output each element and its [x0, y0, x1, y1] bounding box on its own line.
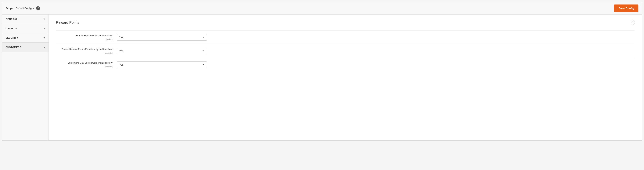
sidebar: GENERAL ∨ CATALOG ∨ SECURITY ∨ CUSTOMERS…	[2, 14, 49, 140]
scope-value: Default Config	[16, 7, 32, 10]
section-collapse-button[interactable]: ⌃	[630, 20, 635, 25]
form-control-enable-reward-points: Yes No ▼	[117, 34, 243, 40]
sidebar-item-customers[interactable]: CUSTOMERS ∧	[2, 42, 48, 52]
sidebar-label-catalog: CATALOG	[6, 27, 18, 30]
select-customers-see-history[interactable]: Yes No	[117, 62, 207, 68]
form-label-enable-reward-points: Enable Reward Points Functionality [glob…	[56, 34, 117, 41]
sidebar-item-catalog[interactable]: CATALOG ∨	[2, 24, 48, 33]
sidebar-item-general[interactable]: GENERAL ∨	[2, 14, 48, 24]
sidebar-item-security[interactable]: SECURITY ∨	[2, 33, 48, 42]
main-content: GENERAL ∨ CATALOG ∨ SECURITY ∨ CUSTOMERS…	[2, 14, 642, 140]
sidebar-chevron-customers-icon: ∧	[43, 46, 45, 48]
header-left: Scope: Default Config ▼ ?	[6, 6, 40, 10]
form-control-enable-reward-storefront: Yes No ▼	[117, 48, 243, 54]
select-enable-reward-storefront[interactable]: Yes No	[117, 48, 207, 54]
select-wrapper-customers-see-history: Yes No ▼	[117, 62, 207, 68]
sidebar-label-general: GENERAL	[6, 18, 18, 20]
collapse-icon: ⌃	[631, 21, 634, 24]
select-wrapper-enable-reward-storefront: Yes No ▼	[117, 48, 207, 54]
sidebar-chevron-general-icon: ∨	[43, 18, 45, 20]
page-wrapper: Scope: Default Config ▼ ? Save Config GE…	[2, 2, 642, 140]
sidebar-label-customers: CUSTOMERS	[6, 46, 21, 48]
select-wrapper-enable-reward-points: Yes No ▼	[117, 34, 207, 40]
form-control-customers-see-history: Yes No ▼	[117, 62, 243, 68]
section-header: Reward Points ⌃	[56, 20, 635, 25]
scope-label: Scope:	[6, 7, 14, 10]
form-row-enable-reward-points: Enable Reward Points Functionality [glob…	[56, 30, 635, 44]
section-title: Reward Points	[56, 20, 79, 24]
select-enable-reward-points[interactable]: Yes No	[117, 34, 207, 40]
sidebar-chevron-catalog-icon: ∨	[43, 27, 45, 30]
save-config-button[interactable]: Save Config	[614, 4, 638, 12]
scope-chevron-icon: ▼	[32, 7, 34, 9]
form-label-customers-see-history: Customers May See Reward Points History …	[56, 61, 117, 68]
sidebar-label-security: SECURITY	[6, 36, 18, 39]
content-area: Reward Points ⌃ Enable Reward Points Fun…	[49, 14, 642, 140]
header-bar: Scope: Default Config ▼ ? Save Config	[2, 2, 642, 14]
form-label-enable-reward-storefront: Enable Reward Points Functionality on St…	[56, 48, 117, 54]
form-row-enable-reward-storefront: Enable Reward Points Functionality on St…	[56, 44, 635, 58]
help-icon[interactable]: ?	[36, 6, 40, 10]
form-row-customers-see-history: Customers May See Reward Points History …	[56, 58, 635, 71]
scope-dropdown[interactable]: Default Config ▼	[16, 7, 34, 10]
sidebar-chevron-security-icon: ∨	[43, 37, 45, 39]
form-rows: Enable Reward Points Functionality [glob…	[56, 30, 635, 71]
